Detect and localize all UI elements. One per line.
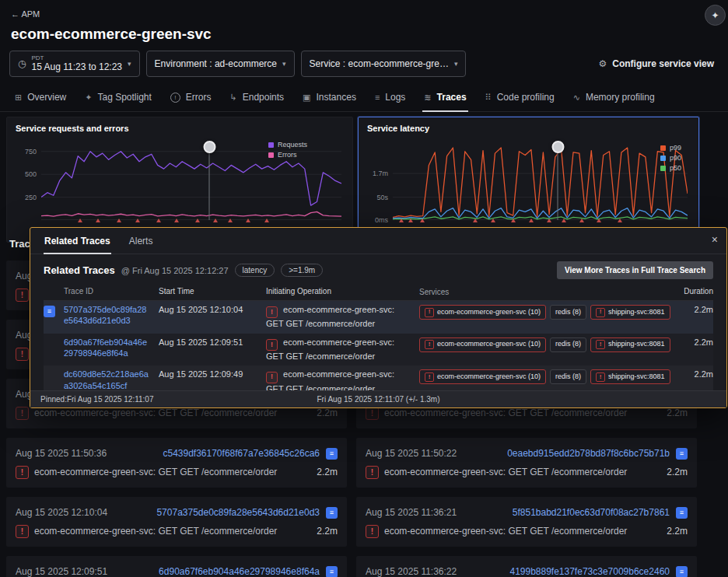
configure-service-view-button[interactable]: ⚙ Configure service view	[599, 58, 719, 69]
service-badge[interactable]: !shipping-svc:8081	[590, 305, 670, 320]
column-header-trace-id[interactable]: Trace ID	[64, 287, 159, 296]
trace-doc-icon[interactable]: ≡	[326, 448, 338, 460]
service-latency-chart[interactable]: Service latency p99 p90 p50 1.7m50s0ms 1…	[358, 117, 699, 243]
tab-tag-spotlight[interactable]: ✦ Tag Spotlight	[76, 85, 160, 111]
service-filter[interactable]: Service : ecom-ecommerce-gre… ▾	[301, 51, 467, 77]
tab-code-profiling[interactable]: ⠿ Code profiling	[477, 85, 563, 111]
related-trace-row[interactable]: ≡ dc609d8e52c218ae6aa3026a54c165cf Aug 1…	[44, 365, 713, 390]
modal-tab-alerts[interactable]: Alerts	[128, 228, 154, 254]
trace-card[interactable]: Aug 15 2025 11:36:21 5f851babd21f0ec63d7…	[356, 497, 697, 547]
service-badge[interactable]: redis (8)	[550, 337, 586, 352]
tab-logs[interactable]: ≡ Logs	[366, 85, 414, 111]
legend-item[interactable]: p50	[660, 164, 681, 172]
error-icon: !	[16, 288, 29, 302]
trace-id-link[interactable]: dc609d8e52c218ae6aa3026a54c165cf	[64, 369, 149, 390]
filter-pill-threshold[interactable]: >=1.9m	[281, 264, 323, 277]
trace-operation: ecom-ecommerce-green-svc: GET GET /ecomm…	[34, 467, 277, 477]
trace-id-link[interactable]: 6d90a67f6eb904a46e29798946e8f64a	[64, 337, 147, 358]
legend-item[interactable]: Errors	[268, 151, 307, 159]
tab-errors[interactable]: ! Errors	[162, 85, 220, 111]
service-badge[interactable]: !shipping-svc:8081	[590, 337, 670, 352]
legend-swatch	[268, 152, 274, 158]
trace-id-link[interactable]: 6d90a67f6eb904a46e29798946e8f64a	[159, 566, 320, 577]
error-icon: !	[366, 525, 379, 538]
trace-doc-icon[interactable]: ≡	[676, 566, 688, 577]
configure-service-view-label: Configure service view	[612, 58, 714, 69]
legend-item[interactable]: Requests	[268, 141, 307, 149]
footer-center-time: Fri Aug 15 2025 12:11:07 (+/- 1.3m)	[30, 395, 726, 404]
error-icon: !	[425, 372, 434, 382]
trace-start-time: Aug 15 2025 11:50:22	[366, 448, 457, 459]
trace-start-time: Aug 15 2025 12:10:04	[16, 507, 107, 518]
service-badge[interactable]: !ecom-ecommerce-green-svc (10)	[419, 369, 546, 384]
legend-item[interactable]: p99	[660, 144, 681, 152]
service-badge[interactable]: !ecom-ecommerce-green-svc (10)	[419, 337, 546, 352]
related-traces-modal: Related Traces Alerts × Related Traces @…	[30, 227, 727, 408]
service-filter-label: Service : ecom-ecommerce-gre…	[310, 58, 449, 69]
time-range-value: 15 Aug 11:23 to 12:23	[31, 62, 122, 72]
close-icon[interactable]: ×	[712, 233, 718, 246]
trace-card[interactable]: Aug 15 2025 11:50:22 0eaebd915edd2b78bd8…	[356, 438, 697, 488]
error-icon: !	[266, 306, 278, 318]
y-tick-label: 50s	[376, 194, 388, 201]
chevron-down-icon: ▾	[454, 60, 458, 68]
memory-profiling-icon: ∿	[573, 93, 580, 103]
trace-id-link[interactable]: c5439df36170f68f67a7e36845c26ca6	[163, 448, 320, 459]
trace-duration: 2.2m	[317, 467, 338, 477]
error-marker-icon	[547, 219, 551, 222]
trace-card[interactable]: Aug 15 2025 12:10:04 5707a375de0c89fa28e…	[6, 497, 347, 547]
y-tick-label: 750	[25, 148, 37, 156]
trace-doc-icon[interactable]: ≡	[676, 448, 688, 460]
service-badge[interactable]: !shipping-svc:8081	[590, 369, 670, 384]
trace-doc-icon[interactable]: ≡	[326, 566, 338, 577]
chevron-down-icon: ▾	[128, 60, 131, 68]
environment-filter[interactable]: Environment : ad-ecommerce ▾	[146, 51, 295, 77]
crosshair-handle[interactable]	[551, 141, 564, 153]
tab-endpoints[interactable]: ↳ Endpoints	[222, 85, 293, 111]
trace-duration: 2.2m	[317, 407, 338, 418]
assistant-button[interactable]: ✦	[705, 5, 726, 26]
related-trace-row[interactable]: ≡ 6d90a67f6eb904a46e29798946e8f64a Aug 1…	[44, 334, 713, 366]
trace-id-link[interactable]: 5f851babd21f0ec63d70f08ac27b7861	[513, 507, 670, 518]
trace-doc-icon[interactable]: ≡	[326, 507, 338, 519]
trace-card[interactable]: Aug 15 2025 12:09:51 6d90a67f6eb904a46e2…	[6, 556, 347, 577]
tab-traces[interactable]: ≋ Traces	[415, 85, 474, 111]
error-icon: !	[596, 372, 605, 382]
trace-card[interactable]: Aug 15 2025 11:50:36 c5439df36170f68f67a…	[6, 438, 347, 488]
trace-id-link[interactable]: 5707a375de0c89fa28e5643d6d21e0d3	[156, 507, 320, 518]
tab-instances[interactable]: ▣ Instances	[294, 85, 365, 111]
column-header-services[interactable]: Services	[419, 287, 674, 296]
legend-swatch	[660, 145, 666, 151]
service-badge[interactable]: !ecom-ecommerce-green-svc (10)	[419, 305, 546, 320]
error-marker-icon	[135, 219, 140, 222]
logs-icon: ≡	[375, 93, 380, 102]
back-to-apm-link[interactable]: ← APM	[11, 9, 40, 19]
view-more-traces-button[interactable]: View More Traces in Full Trace Search	[557, 261, 713, 279]
modal-tab-related-traces[interactable]: Related Traces	[44, 228, 111, 254]
column-header-initiating-operation[interactable]: Initiating Operation	[266, 287, 419, 296]
trace-card[interactable]: Aug 15 2025 11:36:22 4199b889fe137fe73c3…	[356, 556, 697, 577]
trace-id-link[interactable]: 0eaebd915edd2b78bd87f8c6bc75b71b	[507, 448, 670, 459]
time-range-picker[interactable]: ◷ PDT 15 Aug 11:23 to 12:23 ▾	[9, 51, 140, 77]
trace-id-link[interactable]: 5707a375de0c89fa28e5643d6d21e0d3	[64, 305, 146, 325]
trace-doc-icon[interactable]: ≡	[676, 507, 688, 519]
crosshair-handle[interactable]	[203, 141, 215, 153]
service-badge[interactable]: redis (8)	[550, 305, 586, 320]
tab-memory-profiling[interactable]: ∿ Memory profiling	[565, 85, 663, 111]
filter-pill-latency[interactable]: latency	[235, 264, 275, 277]
chevron-down-icon: ▾	[282, 60, 286, 68]
legend-item[interactable]: p90	[660, 154, 681, 162]
related-trace-row[interactable]: ≡ 5707a375de0c89fa28e5643d6d21e0d3 Aug 1…	[44, 301, 713, 334]
trace-doc-icon[interactable]: ≡	[44, 306, 55, 317]
trace-id-link[interactable]: 4199b889fe137fe73c3e7009b6ce2460	[509, 566, 670, 577]
column-header-duration[interactable]: Duration	[674, 287, 713, 296]
column-header-start-time[interactable]: Start Time	[159, 287, 266, 296]
apm-service-page: ← APM ecom-ecommerce-green-svc ✦ ◷ PDT 1…	[0, 0, 728, 577]
tab-label: Memory profiling	[586, 92, 655, 103]
tab-overview[interactable]: ⊞ Overview	[6, 85, 75, 111]
error-marker-icon	[473, 219, 478, 222]
service-badge[interactable]: redis (8)	[550, 369, 586, 384]
service-requests-errors-chart[interactable]: Service requests and errors Requests Err…	[6, 117, 353, 243]
tab-label: Logs	[385, 92, 405, 103]
page-title: ecom-ecommerce-green-svc	[11, 26, 717, 43]
